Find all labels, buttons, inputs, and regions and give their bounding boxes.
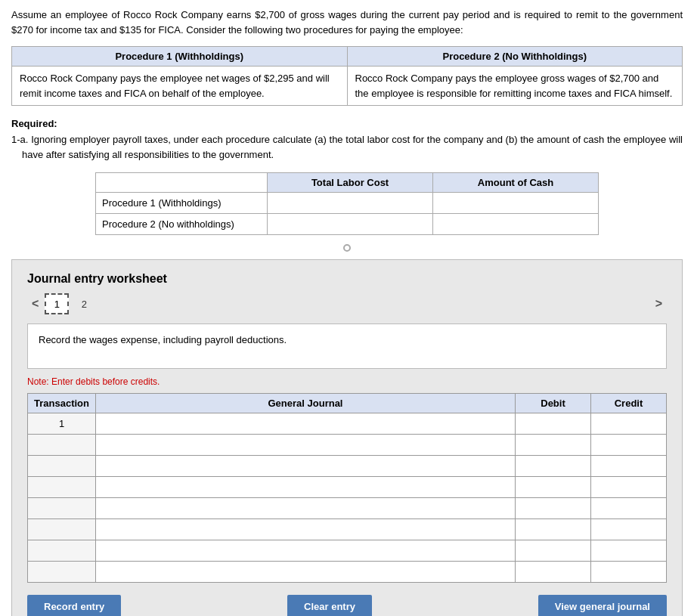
journal-section: Journal entry worksheet < 1 2 > Record t… bbox=[11, 259, 683, 616]
journal-th-general: General Journal bbox=[96, 394, 516, 413]
required-section: Required: 1-a. Ignoring employer payroll… bbox=[11, 118, 683, 162]
answer-row2-col2-input[interactable] bbox=[439, 218, 592, 230]
journal-row bbox=[28, 498, 667, 519]
journal-general-cell[interactable] bbox=[96, 477, 516, 498]
journal-general-input[interactable] bbox=[101, 503, 510, 514]
action-buttons: Record entry Clear entry View general jo… bbox=[27, 595, 667, 616]
journal-general-input[interactable] bbox=[101, 481, 510, 493]
journal-row bbox=[28, 435, 667, 456]
journal-debit-input[interactable] bbox=[520, 524, 586, 535]
proc1-header: Procedure 1 (Withholdings) bbox=[12, 47, 348, 67]
journal-th-debit: Debit bbox=[516, 394, 591, 413]
journal-debit-input[interactable] bbox=[520, 566, 586, 577]
journal-credit-cell[interactable] bbox=[591, 413, 667, 435]
journal-debit-input[interactable] bbox=[520, 481, 586, 493]
answer-col2-header: Amount of Cash bbox=[433, 173, 599, 193]
answer-table-wrapper: Total Labor Cost Amount of Cash Procedur… bbox=[95, 172, 599, 235]
journal-credit-input[interactable] bbox=[596, 418, 661, 429]
journal-debit-cell[interactable] bbox=[516, 435, 591, 456]
answer-row1-label: Procedure 1 (Withholdings) bbox=[96, 193, 268, 214]
tab-nav: < 1 2 > bbox=[27, 293, 667, 314]
journal-debit-cell[interactable] bbox=[516, 456, 591, 477]
journal-row bbox=[28, 477, 667, 498]
journal-general-input[interactable] bbox=[101, 545, 510, 556]
answer-row2-label: Procedure 2 (No withholdings) bbox=[96, 214, 268, 235]
journal-general-cell[interactable] bbox=[96, 519, 516, 540]
journal-credit-cell[interactable] bbox=[591, 456, 667, 477]
journal-credit-cell[interactable] bbox=[591, 435, 667, 456]
journal-debit-cell[interactable] bbox=[516, 540, 591, 562]
answer-table: Total Labor Cost Amount of Cash Procedur… bbox=[95, 172, 599, 235]
journal-row bbox=[28, 519, 667, 540]
answer-col1-header: Total Labor Cost bbox=[268, 173, 433, 193]
intro-text: Assume an employee of Rocco Rock Company… bbox=[11, 8, 683, 37]
answer-row1-col1-input[interactable] bbox=[274, 197, 426, 209]
instruction-box: Record the wages expense, including payr… bbox=[27, 323, 667, 369]
journal-debit-input[interactable] bbox=[520, 439, 586, 450]
journal-transaction-cell bbox=[28, 456, 96, 477]
journal-general-cell[interactable] bbox=[96, 498, 516, 519]
note-text: Note: Enter debits before credits. bbox=[27, 376, 667, 387]
journal-debit-input[interactable] bbox=[520, 545, 586, 556]
journal-credit-cell[interactable] bbox=[591, 477, 667, 498]
journal-general-input[interactable] bbox=[101, 524, 510, 535]
journal-credit-input[interactable] bbox=[596, 524, 661, 535]
journal-general-cell[interactable] bbox=[96, 540, 516, 562]
tab-2[interactable]: 2 bbox=[72, 293, 96, 314]
journal-credit-input[interactable] bbox=[596, 439, 661, 450]
journal-credit-input[interactable] bbox=[596, 545, 661, 556]
journal-general-cell[interactable] bbox=[96, 456, 516, 477]
journal-general-cell[interactable] bbox=[96, 413, 516, 435]
journal-row: 1 bbox=[28, 413, 667, 435]
answer-row2-col2[interactable] bbox=[433, 214, 599, 235]
journal-transaction-cell bbox=[28, 498, 96, 519]
journal-debit-cell[interactable] bbox=[516, 519, 591, 540]
procedures-table: Procedure 1 (Withholdings) Procedure 2 (… bbox=[11, 46, 683, 106]
journal-debit-cell[interactable] bbox=[516, 413, 591, 435]
journal-general-cell[interactable] bbox=[96, 435, 516, 456]
journal-debit-cell[interactable] bbox=[516, 562, 591, 583]
journal-credit-input[interactable] bbox=[596, 566, 661, 577]
journal-general-input[interactable] bbox=[101, 439, 510, 450]
journal-debit-cell[interactable] bbox=[516, 477, 591, 498]
tab-1[interactable]: 1 bbox=[45, 293, 69, 314]
journal-credit-cell[interactable] bbox=[591, 519, 667, 540]
journal-debit-input[interactable] bbox=[520, 460, 586, 472]
journal-title: Journal entry worksheet bbox=[27, 272, 667, 286]
proc2-text: Rocco Rock Company pays the employee gro… bbox=[347, 67, 683, 106]
journal-row bbox=[28, 456, 667, 477]
journal-th-transaction: Transaction bbox=[28, 394, 96, 413]
answer-row1-col1[interactable] bbox=[268, 193, 433, 214]
journal-table: Transaction General Journal Debit Credit… bbox=[27, 393, 667, 583]
journal-transaction-cell bbox=[28, 540, 96, 562]
journal-transaction-cell: 1 bbox=[28, 413, 96, 435]
journal-general-input[interactable] bbox=[101, 418, 510, 429]
clear-entry-button[interactable]: Clear entry bbox=[287, 595, 372, 616]
journal-debit-cell[interactable] bbox=[516, 498, 591, 519]
journal-credit-cell[interactable] bbox=[591, 540, 667, 562]
view-general-journal-button[interactable]: View general journal bbox=[538, 595, 667, 616]
page-wrapper: Assume an employee of Rocco Rock Company… bbox=[0, 0, 694, 616]
journal-credit-cell[interactable] bbox=[591, 498, 667, 519]
answer-row1-col2[interactable] bbox=[433, 193, 599, 214]
journal-credit-cell[interactable] bbox=[591, 562, 667, 583]
answer-row2-col1-input[interactable] bbox=[274, 218, 426, 230]
journal-row bbox=[28, 562, 667, 583]
connector-dot-1 bbox=[11, 244, 683, 252]
journal-general-cell[interactable] bbox=[96, 562, 516, 583]
journal-transaction-cell bbox=[28, 562, 96, 583]
next-tab-button[interactable]: > bbox=[651, 296, 667, 312]
record-entry-button[interactable]: Record entry bbox=[27, 595, 121, 616]
journal-general-input[interactable] bbox=[101, 566, 510, 577]
journal-debit-input[interactable] bbox=[520, 503, 586, 514]
answer-row1-col2-input[interactable] bbox=[439, 197, 592, 209]
journal-credit-input[interactable] bbox=[596, 481, 661, 493]
instruction-text: Record the wages expense, including payr… bbox=[39, 334, 287, 345]
answer-row2-col1[interactable] bbox=[268, 214, 433, 235]
journal-general-input[interactable] bbox=[101, 460, 510, 472]
journal-credit-input[interactable] bbox=[596, 460, 661, 472]
journal-credit-input[interactable] bbox=[596, 503, 661, 514]
journal-transaction-cell bbox=[28, 477, 96, 498]
prev-tab-button[interactable]: < bbox=[27, 296, 43, 312]
journal-debit-input[interactable] bbox=[520, 418, 586, 429]
